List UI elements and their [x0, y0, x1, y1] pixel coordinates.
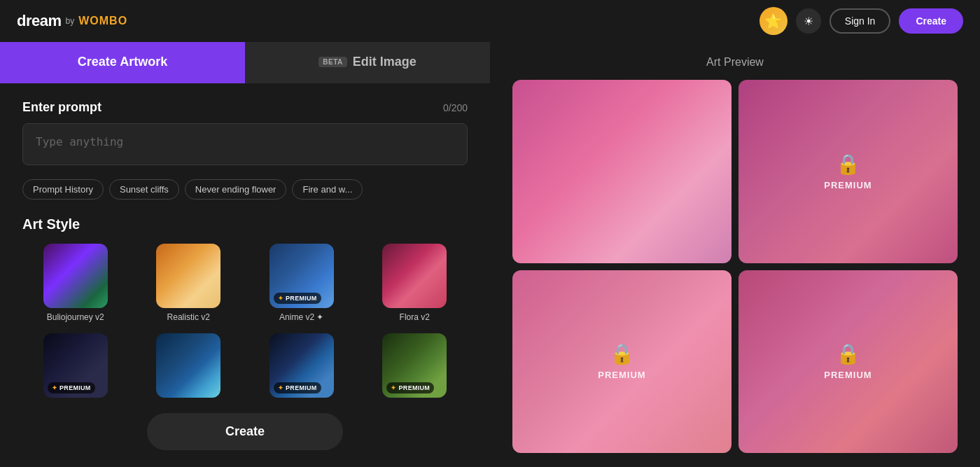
art-style-section: Art Style Buliojourney v2 Realistic v2 [22, 216, 468, 402]
avatar[interactable]: ⭐ [760, 7, 788, 35]
create-button[interactable]: Create [147, 413, 343, 450]
premium-star-icon4: ✦ [391, 384, 396, 391]
row2-3-premium-badge: ✦ PREMIUM [274, 382, 321, 393]
style-name-flora: Flora v2 [400, 312, 430, 322]
header: dream by WOMBO ⭐ ☀ Sign In Create [0, 0, 980, 42]
style-row2-item2[interactable] [136, 333, 242, 402]
art-preview-label: Art Preview [512, 56, 958, 69]
theme-icon: ☀ [804, 15, 813, 28]
beta-badge: BETA [318, 57, 346, 67]
premium-star-icon3: ✦ [278, 384, 284, 391]
preview-cell-1 [512, 80, 732, 263]
tab-create-artwork[interactable]: Create Artwork [0, 42, 245, 83]
style-row2-item4[interactable]: ✦ PREMIUM [362, 333, 468, 402]
style-thumb-row2-4: ✦ PREMIUM [382, 333, 447, 398]
avatar-icon: ⭐ [764, 13, 782, 29]
style-name-realistic: Realistic v2 [167, 312, 210, 322]
preview-cell-4: 🔒 PREMIUM [738, 270, 958, 454]
prompt-header: Enter prompt 0/200 [22, 100, 468, 115]
preview-cell-2: 🔒 PREMIUM [738, 80, 958, 263]
premium-label-4: PREMIUM [824, 370, 872, 380]
pill-fire-and-w[interactable]: Fire and w... [292, 179, 363, 200]
lock-icon-4: 🔒 [836, 342, 860, 365]
header-create-button[interactable]: Create [899, 8, 963, 34]
main-content: Create Artwork BETA Edit Image Enter pro… [0, 42, 980, 467]
pill-sunset-cliffs[interactable]: Sunset cliffs [109, 179, 179, 200]
tab-edit-image[interactable]: BETA Edit Image [245, 42, 490, 83]
right-panel: Art Preview 🔒 PREMIUM 🔒 PREMIUM 🔒 PREMIU… [490, 42, 980, 467]
prompt-label: Enter prompt [22, 100, 102, 115]
anime-premium-badge: ✦ PREMIUM [274, 293, 321, 304]
premium-label-3: PREMIUM [598, 370, 645, 380]
art-style-label: Art Style [22, 216, 468, 232]
form-area: Enter prompt 0/200 Prompt History Sunset… [0, 83, 490, 467]
sign-in-button[interactable]: Sign In [830, 8, 891, 34]
style-thumb-row2-2 [156, 333, 220, 398]
style-thumb-buliojourney [43, 244, 108, 308]
style-row2-item3[interactable]: ✦ PREMIUM [248, 333, 355, 402]
row2-1-premium-badge: ✦ PREMIUM [48, 382, 95, 393]
pill-never-ending-flower[interactable]: Never ending flower [185, 179, 287, 200]
logo-wombo: WOMBO [78, 15, 127, 27]
style-realistic[interactable]: Realistic v2 [136, 244, 242, 322]
header-right: ⭐ ☀ Sign In Create [760, 7, 963, 35]
logo-by: by [66, 16, 75, 26]
style-anime[interactable]: ✦ PREMIUM Anime v2 ✦ [248, 244, 355, 322]
row2-4-premium-badge: ✦ PREMIUM [386, 382, 434, 393]
preview-grid: 🔒 PREMIUM 🔒 PREMIUM 🔒 PREMIUM [512, 80, 958, 453]
theme-toggle-button[interactable]: ☀ [796, 8, 821, 34]
style-thumb-row2-1: ✦ PREMIUM [43, 333, 108, 398]
logo-area: dream by WOMBO [17, 12, 127, 30]
pill-prompt-history[interactable]: Prompt History [22, 179, 104, 200]
style-name-anime: Anime v2 ✦ [279, 312, 323, 322]
style-flora[interactable]: Flora v2 [362, 244, 468, 322]
style-thumb-row2-3: ✦ PREMIUM [270, 333, 334, 398]
lock-icon-3: 🔒 [610, 342, 634, 365]
tabs: Create Artwork BETA Edit Image [0, 42, 490, 83]
left-panel: Create Artwork BETA Edit Image Enter pro… [0, 42, 490, 467]
prompt-counter: 0/200 [443, 102, 468, 113]
style-thumb-flora [382, 244, 447, 308]
style-thumb-realistic [156, 244, 220, 308]
style-thumb-anime: ✦ PREMIUM [270, 244, 334, 308]
prompt-input[interactable] [22, 123, 468, 165]
premium-star-icon: ✦ [278, 295, 284, 302]
style-grid-row2: ✦ PREMIUM ✦ [22, 333, 468, 402]
suggestion-pills: Prompt History Sunset cliffs Never endin… [22, 179, 468, 200]
style-row2-item1[interactable]: ✦ PREMIUM [22, 333, 129, 402]
style-buliojourney[interactable]: Buliojourney v2 [22, 244, 129, 322]
lock-icon: 🔒 [836, 153, 860, 176]
preview-cell-3: 🔒 PREMIUM [512, 270, 732, 454]
logo-text: dream [17, 12, 62, 30]
style-name-buliojourney: Buliojourney v2 [47, 312, 104, 322]
premium-label-2: PREMIUM [824, 180, 872, 190]
style-grid-row1: Buliojourney v2 Realistic v2 ✦ PREMIUM [22, 244, 468, 322]
premium-star-icon2: ✦ [52, 384, 57, 391]
